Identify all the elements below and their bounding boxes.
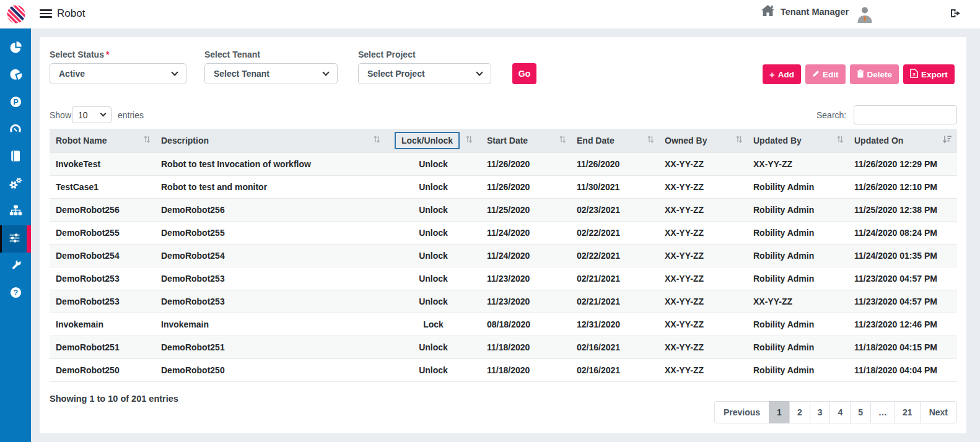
table-row[interactable]: DemoRobot251 DemoRobot251 Unlock 11/18/2…: [50, 336, 957, 358]
cell-owned-by: XX-YY-ZZ: [658, 175, 747, 198]
cell-lock-status[interactable]: Unlock: [385, 221, 481, 244]
excel-file-icon: x: [910, 69, 918, 80]
sort-icon[interactable]: [559, 135, 566, 145]
pagination-page-3[interactable]: 3: [810, 401, 831, 423]
sidebar-item-projects[interactable]: P: [0, 89, 31, 116]
col-header-robot-name[interactable]: Robot Name: [50, 129, 155, 152]
sidebar-item-settings[interactable]: [0, 171, 31, 198]
search-input[interactable]: [854, 105, 957, 124]
show-label: Show: [50, 110, 71, 120]
sort-desc-icon[interactable]: [942, 135, 952, 145]
pagination-page-21[interactable]: 21: [895, 401, 921, 423]
sidebar-item-help[interactable]: ?: [0, 280, 31, 307]
pencil-icon: [812, 70, 820, 79]
table-row[interactable]: DemoRobot250 DemoRobot250 Unlock 11/18/2…: [50, 358, 957, 381]
go-button[interactable]: Go: [512, 63, 536, 84]
pagination-page-1[interactable]: 1: [769, 401, 790, 423]
cell-start-date: 08/18/2020: [481, 313, 571, 336]
letter-p-circle-icon: P: [9, 95, 22, 111]
cell-lock-status[interactable]: Unlock: [385, 175, 481, 198]
cell-lock-status[interactable]: Unlock: [385, 244, 481, 267]
table-row[interactable]: DemoRobot255 DemoRobot255 Unlock 11/24/2…: [50, 221, 957, 244]
cogs-icon: [9, 176, 22, 193]
cell-description: DemoRobot256: [155, 198, 385, 221]
sidebar-item-tools[interactable]: [0, 253, 31, 280]
book-icon: [9, 150, 22, 165]
sort-icon[interactable]: [466, 135, 472, 145]
chevron-down-icon: [476, 69, 483, 76]
cell-lock-status[interactable]: Unlock: [385, 358, 481, 381]
sort-icon[interactable]: [837, 135, 843, 145]
tenant-select[interactable]: Select Tenant: [204, 63, 338, 84]
pagination-page-5[interactable]: 5: [850, 401, 871, 423]
col-header-start-date[interactable]: Start Date: [481, 129, 571, 152]
sort-icon[interactable]: [374, 135, 380, 145]
table-row[interactable]: DemoRobot254 DemoRobot254 Unlock 11/24/2…: [50, 244, 957, 267]
focused-header-outline: Lock/Unlock: [395, 132, 460, 149]
page-size-select[interactable]: 10: [72, 106, 112, 123]
pagination-page-4[interactable]: 4: [829, 401, 851, 423]
col-header-lock-unlock[interactable]: Lock/Unlock: [385, 129, 481, 152]
cell-lock-status[interactable]: Unlock: [385, 152, 481, 175]
cell-lock-status[interactable]: Unlock: [385, 290, 481, 313]
pagination-ellipsis: …: [870, 401, 895, 423]
cell-lock-status[interactable]: Unlock: [385, 336, 481, 358]
cell-description: Robot to test and monitor: [155, 175, 385, 198]
col-header-updated-on[interactable]: Updated On: [848, 129, 957, 152]
pagination-page-2[interactable]: 2: [789, 401, 810, 423]
cell-robot-name: DemoRobot250: [50, 358, 155, 381]
cell-updated-on: 11/23/2020 04:57 PM: [848, 267, 957, 290]
table-row[interactable]: DemoRobot253 DemoRobot253 Unlock 11/23/2…: [50, 290, 957, 313]
cell-robot-name: DemoRobot253: [50, 267, 155, 290]
logout-icon[interactable]: [950, 9, 961, 20]
cell-lock-status[interactable]: Unlock: [385, 198, 481, 221]
cell-start-date: 11/23/2020: [481, 267, 571, 290]
table-row[interactable]: DemoRobot256 DemoRobot256 Unlock 11/25/2…: [50, 198, 957, 221]
cell-start-date: 11/26/2020: [481, 152, 571, 175]
sidebar-item-logs[interactable]: [0, 144, 31, 171]
table-row[interactable]: TestCase1 Robot to test and monitor Unlo…: [50, 175, 957, 198]
col-header-updated-by[interactable]: Updated By: [747, 129, 848, 152]
status-filter-label: Select Status*: [50, 50, 109, 59]
sidebar-item-analytics[interactable]: [0, 35, 31, 62]
cell-robot-name: DemoRobot251: [50, 336, 155, 358]
sidebar-item-reports[interactable]: [0, 62, 31, 89]
export-button[interactable]: x Export: [903, 64, 955, 84]
menu-toggle-icon[interactable]: [40, 9, 52, 20]
sidebar-item-robot-config[interactable]: [0, 225, 31, 253]
sort-icon[interactable]: [736, 135, 742, 145]
sort-icon[interactable]: [647, 135, 654, 145]
sidebar-item-hierarchy[interactable]: [0, 198, 31, 225]
cell-start-date: 11/18/2020: [481, 358, 571, 381]
table-row[interactable]: Invokemain Invokemain Lock 08/18/2020 12…: [50, 313, 957, 336]
cell-updated-by: Robility Admin: [747, 358, 848, 381]
pagination-previous-button[interactable]: Previous: [714, 401, 769, 423]
plus-icon: +: [769, 70, 775, 79]
app-logo-icon: [5, 3, 27, 28]
project-select[interactable]: Select Project: [358, 63, 491, 84]
cell-end-date: 11/30/2021: [571, 175, 658, 198]
sort-icon[interactable]: [144, 135, 150, 145]
cell-lock-status[interactable]: Lock: [385, 313, 481, 336]
sidebar-item-dashboard[interactable]: [0, 116, 31, 144]
pagination-next-button[interactable]: Next: [920, 401, 957, 423]
cell-lock-status[interactable]: Unlock: [385, 267, 481, 290]
cell-robot-name: DemoRobot253: [50, 290, 155, 313]
add-button[interactable]: + Add: [763, 64, 801, 84]
col-header-owned-by[interactable]: Owned By: [658, 129, 747, 152]
col-header-description[interactable]: Description: [155, 129, 385, 152]
edit-button[interactable]: Edit: [805, 64, 846, 84]
pagination: Previous 1 2 3 4 5 … 21 Next: [714, 401, 957, 423]
cell-updated-by: Robility Admin: [747, 336, 848, 358]
table-row[interactable]: InvokeTest Robot to test Invocation of w…: [50, 152, 957, 175]
cell-start-date: 11/25/2020: [481, 198, 571, 221]
status-select[interactable]: Active: [50, 63, 186, 84]
trash-icon: [857, 69, 864, 80]
table-row[interactable]: DemoRobot253 DemoRobot253 Unlock 11/23/2…: [50, 267, 957, 290]
delete-button[interactable]: Delete: [850, 64, 899, 84]
user-avatar[interactable]: [856, 5, 873, 26]
col-header-end-date[interactable]: End Date: [571, 129, 658, 152]
cell-end-date: 11/26/2020: [571, 152, 658, 175]
tenant-manager-link[interactable]: Tenant Manager: [761, 4, 849, 19]
project-filter-label: Select Project: [358, 50, 416, 59]
